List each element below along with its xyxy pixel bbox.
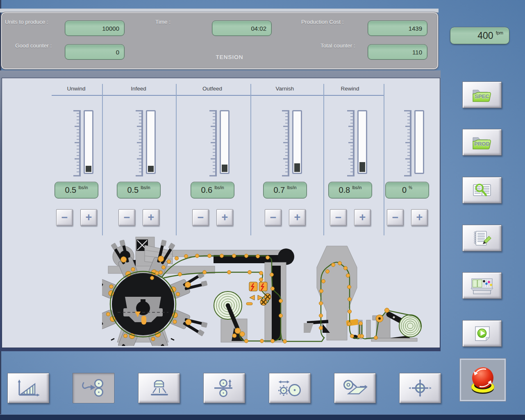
tension-panel: Unwind Infeed Outfeed Varnish Rewind 0.5… [2, 78, 440, 348]
ruler-scale-icon [282, 110, 290, 176]
percent-gauge [404, 110, 425, 176]
infeed-minus-button[interactable]: − [118, 209, 135, 226]
page-play-icon [470, 325, 493, 343]
production-cost-field: 1439 [368, 20, 427, 36]
unwind-minus-button[interactable]: − [56, 209, 73, 226]
ruler-scale-icon [404, 110, 412, 176]
page-title: TENSION [186, 54, 273, 60]
ruler-scale-icon [209, 110, 218, 176]
job-notes-button[interactable] [462, 225, 502, 251]
register-button[interactable] [399, 373, 441, 403]
column-divider [384, 84, 384, 235]
emergency-stop-button[interactable] [460, 359, 506, 401]
production-cost-label: Production Cost : [301, 19, 344, 25]
unwind-tension-value: 0.5lbs/in [55, 182, 98, 199]
nip-gap-button[interactable] [203, 373, 245, 403]
time-field: 04:02 [212, 20, 272, 36]
status-bar: Units to produce : 10000 Time : 04:02 Pr… [1, 12, 438, 69]
speed-ramp-button[interactable] [7, 373, 49, 403]
rewind-tension-gauge [347, 110, 368, 176]
column-divider [176, 84, 177, 235]
infeed-tension-gauge [135, 110, 157, 176]
material-roll-button[interactable] [334, 373, 376, 403]
percent-plus-button[interactable]: + [411, 209, 428, 226]
column-divider [250, 84, 251, 235]
column-divider [323, 84, 324, 235]
outfeed-plus-button[interactable]: + [216, 209, 233, 226]
outfeed-tension-value: 0.6lbs/in [191, 182, 234, 199]
outfeed-tension-gauge [209, 110, 230, 176]
run-job-button[interactable] [462, 320, 502, 347]
column-divider [102, 84, 103, 235]
column-header-unwind: Unwind [52, 86, 101, 92]
column-header-rewind: Rewind [325, 86, 375, 92]
ruler-scale-icon [73, 110, 82, 176]
column-header-infeed: Infeed [114, 86, 163, 92]
infeed-plus-button[interactable]: + [143, 209, 159, 226]
prod-folder-button[interactable]: PROD [462, 129, 502, 156]
window-bottom-strip [0, 414, 525, 420]
unwind-plus-button[interactable]: + [80, 209, 97, 226]
ink-keys-icon [469, 277, 495, 295]
ink-console-button[interactable] [462, 272, 502, 299]
spec-folder-button[interactable]: SPEC [462, 81, 502, 108]
varnish-tension-value: 0.7lbs/in [263, 182, 307, 199]
ruler-scale-icon [135, 110, 144, 176]
register-target-icon [407, 379, 433, 397]
infeed-tension-value: 0.5lbs/in [117, 182, 161, 199]
line-speed-unit: fpm [496, 30, 503, 35]
machine-diagram [102, 235, 440, 346]
column-header-outfeed: Outfeed [188, 86, 237, 92]
percent-value: 0% [385, 182, 429, 199]
time-label: Time : [155, 19, 170, 25]
roller-gap-icon [211, 379, 237, 397]
outfeed-minus-button[interactable]: − [192, 209, 209, 226]
varnish-tension-gauge [282, 110, 303, 176]
rewind-minus-button[interactable]: − [330, 209, 347, 226]
unwind-tension-gauge [73, 110, 94, 176]
line-speed-value: 400 [477, 30, 493, 41]
line-speed-display: 400 fpm [450, 27, 509, 44]
units-to-produce-label: Units to produce : [5, 19, 48, 25]
job-lookup-button[interactable] [462, 177, 502, 203]
ramp-chart-icon [15, 379, 41, 397]
good-counter-field: 0 [65, 44, 125, 60]
prod-folder-label: PROD [470, 141, 493, 147]
percent-minus-button[interactable]: − [387, 209, 404, 226]
units-to-produce-field[interactable]: 10000 [65, 20, 125, 36]
rewind-plus-button[interactable]: + [354, 209, 371, 226]
web-tension-button[interactable] [73, 373, 114, 403]
varnish-minus-button[interactable]: − [265, 209, 282, 226]
web-nip-icon [80, 379, 107, 397]
header-underline [52, 95, 384, 96]
roll-sheet-icon [342, 379, 368, 397]
notepad-pencil-icon [470, 230, 493, 247]
gear-cylinder-button[interactable] [269, 373, 311, 403]
total-counter-field: 110 [368, 44, 427, 60]
total-counter-label: Total counter : [320, 43, 355, 49]
gear-cylinder-icon [277, 379, 303, 397]
varnish-plus-button[interactable]: + [289, 209, 306, 226]
rewind-tension-value: 0.8lbs/in [328, 182, 372, 199]
column-header-varnish: Varnish [260, 86, 309, 92]
good-counter-label: Good counter : [15, 43, 52, 49]
emergency-stop-icon [467, 365, 498, 395]
spec-folder-label: SPEC [470, 93, 493, 99]
ruler-scale-icon [347, 110, 355, 176]
book-magnifier-icon [470, 182, 493, 199]
dryer-button[interactable] [138, 373, 180, 403]
dryer-lamp-icon [146, 379, 172, 397]
